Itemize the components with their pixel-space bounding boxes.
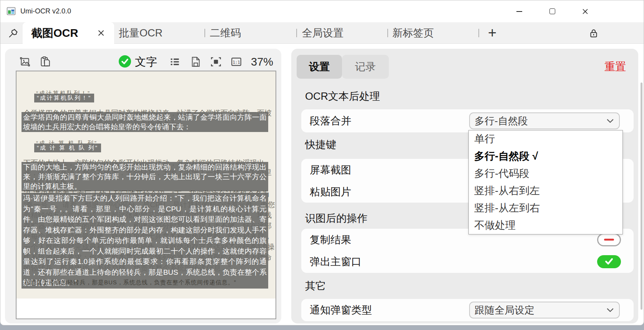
left-toolbar: 文字 <box>5 52 281 72</box>
pin-icon <box>8 28 18 39</box>
tab-separator <box>296 29 297 37</box>
minimize-icon <box>516 11 522 12</box>
ocr-box: 下面的大地上，方阵均匀的色彩开始出现扰动，复杂精细的回路结构浮现出来，并渐渐充满… <box>22 162 268 191</box>
ratio-icon: 1:1 <box>230 56 242 68</box>
setting-label: 段落合并 <box>310 109 351 132</box>
copy-result-toggle[interactable] <box>597 233 621 246</box>
tab-records[interactable]: 记录 <box>342 55 389 79</box>
maximize-icon <box>549 8 555 14</box>
check-icon <box>605 258 613 265</box>
app-logo-icon <box>7 7 16 16</box>
ocr-box: 冯·诺伊曼指着下方巨大的人列回路开始介绍：“下，我们把这台计算机命名为“秦一号，… <box>22 193 268 289</box>
tab-label: 截图OCR <box>31 22 78 44</box>
dropdown-option[interactable]: 多行-代码段 <box>469 165 622 182</box>
select-value: 多行-自然段 <box>475 114 607 128</box>
section-title-after-ocr: 识图后的操作 <box>305 211 367 226</box>
clipboard-icon <box>39 56 51 68</box>
setting-label: 通知弹窗类型 <box>310 299 372 321</box>
zoom-level: 37% <box>251 52 273 72</box>
reset-button[interactable]: 重置 <box>604 59 626 74</box>
settings-card: 段落合并 多行-自然段 <box>301 109 634 132</box>
tab-batch-ocr[interactable]: 批量OCR <box>119 22 163 44</box>
left-panel: 文字 <box>5 49 281 323</box>
close-button[interactable] <box>574 0 596 22</box>
check-icon <box>121 59 128 64</box>
ratio-1-1-button[interactable]: 1:1 <box>229 55 243 69</box>
settings-card: 复制结果 弹出主窗口 <box>301 229 634 273</box>
svg-text:1:1: 1:1 <box>232 60 240 65</box>
tab-global-settings[interactable]: 全局设置 <box>302 22 344 44</box>
image-icon <box>19 56 31 68</box>
settings-card: 通知弹窗类型 跟随全局设定 <box>301 299 634 321</box>
popup-main-window-toggle[interactable] <box>597 255 621 268</box>
section-title-hotkeys: 快捷键 <box>305 137 336 152</box>
tab-close-button[interactable] <box>95 27 107 39</box>
ocr-block: 金学塔四角的四尊青铜大鼎同时轰地燃烧起来，站满了金学塔面向方阵一面坡墙的土兵用宏… <box>22 112 268 132</box>
setting-row: 段落合并 多行-自然段 <box>301 109 634 132</box>
tab-new-page[interactable]: 新标签页 <box>392 22 434 44</box>
right-panel: 设置 记录 重置 OCR文本后处理 段落合并 多行-自然段 快捷键 屏幕截图 粘… <box>291 49 638 323</box>
ocr-status-icon <box>119 55 131 68</box>
lock-button[interactable] <box>586 26 601 41</box>
setting-label: 粘贴图片 <box>310 181 351 203</box>
dropdown-option-selected[interactable]: 多行-自然段 √ <box>469 148 622 165</box>
open-image-button[interactable] <box>18 55 32 69</box>
setting-row: 通知弹窗类型 跟随全局设定 <box>301 299 634 321</box>
text-list-button[interactable] <box>168 55 182 69</box>
setting-label: 屏幕截图 <box>310 159 351 181</box>
paragraph-merge-select[interactable]: 多行-自然段 <box>469 112 620 129</box>
tab-separator <box>478 29 479 37</box>
scan-area-button[interactable] <box>209 55 223 69</box>
save-icon <box>189 56 202 68</box>
dropdown-option[interactable]: 不做处理 <box>469 217 622 234</box>
tab-close-icon <box>98 30 105 36</box>
ocr-block: 冯·诺伊曼指着下方巨大的人列回路开始介绍：“下，我们把这台计算机命名为“秦一号，… <box>22 193 268 289</box>
ocr-box: 金学塔四角的四尊青铜大鼎同时轰地燃烧起来，站满了金学塔面向方阵一面坡墙的土兵用宏… <box>22 112 268 132</box>
ocr-image: “成计算机队列！” “成计算机队列！” 金学塔四角的四尊青铜大鼎同时轰地燃烧起来… <box>17 71 276 299</box>
minus-icon <box>604 239 614 241</box>
paste-image-button[interactable] <box>38 55 52 69</box>
setting-label: 弹出主窗口 <box>310 251 362 272</box>
ocr-block: “成计算机队列！” “成计算机队列！” <box>34 94 94 102</box>
dropdown-option[interactable]: 竖排-从右到左 <box>469 182 622 200</box>
close-icon <box>582 8 588 15</box>
tab-screenshot-ocr[interactable]: 截图OCR <box>23 22 114 44</box>
ocr-block: “成 计 算 机 队 列” “成 计 算 机 队 列” <box>34 144 101 152</box>
scan-icon <box>210 56 222 68</box>
list-icon <box>169 56 181 68</box>
ocr-status-label: 文字 <box>135 52 157 72</box>
pin-button[interactable] <box>5 25 21 41</box>
section-title-post-processing: OCR文本后处理 <box>305 89 380 104</box>
new-tab-button[interactable]: + <box>481 22 503 44</box>
titlebar: Umi-OCR v2.0.0 <box>0 0 644 22</box>
notification-type-select[interactable]: 跟随全局设定 <box>469 302 620 318</box>
app-window: Umi-OCR v2.0.0 截图OCR 批量OCR 二维码 全局设置 新标签页… <box>0 0 644 325</box>
dropdown-option[interactable]: 竖排-从左到右 <box>469 200 622 217</box>
image-viewer[interactable]: “成计算机队列！” “成计算机队列！” 金学塔四角的四尊青铜大鼎同时轰地燃烧起来… <box>16 71 276 319</box>
tab-bar: 截图OCR 批量OCR 二维码 全局设置 新标签页 + <box>0 22 644 44</box>
maximize-button[interactable] <box>541 0 563 22</box>
chevron-down-icon <box>607 308 614 312</box>
chevron-down-icon <box>607 119 614 123</box>
ocr-block: 下面的大地上，方阵均匀的色彩开始出现扰动，复杂精细的回路结构浮现出来，并渐渐充满… <box>22 162 268 191</box>
source-text-line: 在通道上待命的轻转兵，那是BUS，系统总线，负责在整个系统间传递信息。” <box>24 279 236 286</box>
dropdown-option[interactable]: 单行 <box>469 130 622 148</box>
save-button[interactable] <box>189 55 202 69</box>
setting-row: 弹出主窗口 <box>301 251 634 272</box>
vertical-scrollbar[interactable] <box>641 82 642 310</box>
section-title-other: 其它 <box>305 278 326 294</box>
tab-separator <box>204 29 205 37</box>
tab-qrcode[interactable]: 二维码 <box>210 22 241 44</box>
ocr-box: “成 计 算 机 队 列” <box>34 144 101 152</box>
tab-separator <box>387 29 388 37</box>
lock-icon <box>588 28 599 39</box>
paragraph-merge-dropdown: 单行 多行-自然段 √ 多行-代码段 竖排-从右到左 竖排-从左到右 不做处理 <box>468 130 623 234</box>
window-title: Umi-OCR v2.0.0 <box>20 0 71 22</box>
select-value: 跟随全局设定 <box>475 304 607 317</box>
tab-settings[interactable]: 设置 <box>297 55 342 79</box>
ocr-box: “成计算机队列！” <box>34 94 94 102</box>
setting-label: 复制结果 <box>310 229 351 251</box>
minimize-button[interactable] <box>508 0 530 22</box>
